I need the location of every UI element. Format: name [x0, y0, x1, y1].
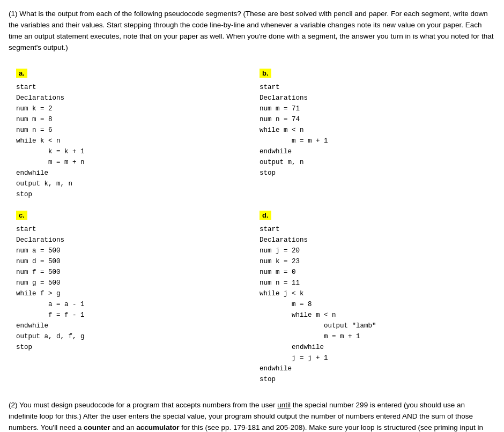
bottom-bold-accumulator: accumulator — [136, 423, 179, 431]
bottom-underline-until: until — [277, 401, 291, 409]
section-b-code: start Declarations num m = 71 num n = 74… — [260, 82, 488, 178]
section-c-code: start Declarations num a = 500 num d = 5… — [16, 224, 244, 353]
section-a-label: a. — [16, 69, 27, 78]
section-a-code: start Declarations num k = 2 num m = 8 n… — [16, 82, 244, 200]
section-d-label: d. — [260, 211, 271, 220]
section-c: c. start Declarations num a = 500 num d … — [9, 205, 252, 390]
section-d-code: start Declarations num j = 20 num k = 23… — [260, 224, 488, 385]
intro-paragraph: (1) What is the output from each of the … — [9, 9, 495, 54]
bottom-text-before-until: (2) You must design pseudocode for a pro… — [9, 401, 277, 409]
bottom-bold-counter: counter — [84, 423, 110, 431]
section-b: b. start Declarations num m = 71 num n =… — [252, 63, 495, 205]
bottom-text-between: and an — [110, 423, 136, 431]
section-c-label: c. — [16, 211, 27, 220]
section-d: d. start Declarations num j = 20 num k =… — [252, 205, 495, 390]
bottom-paragraph: (2) You must design pseudocode for a pro… — [9, 400, 495, 432]
pseudocode-grid: a. start Declarations num k = 2 num m = … — [9, 63, 495, 390]
section-a: a. start Declarations num k = 2 num m = … — [9, 63, 252, 205]
section-b-label: b. — [260, 69, 271, 78]
